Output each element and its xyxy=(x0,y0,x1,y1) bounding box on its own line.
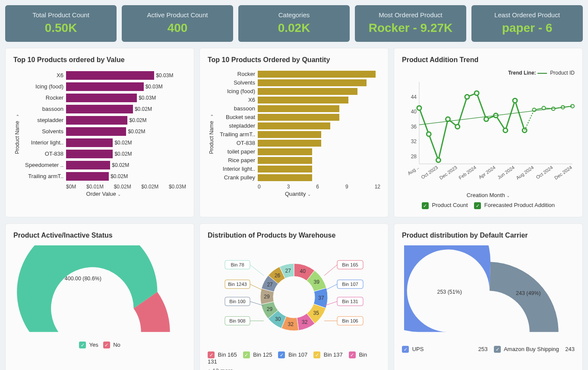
legend-item[interactable]: Product Count xyxy=(432,202,468,208)
legend-item[interactable]: UPS xyxy=(412,346,424,352)
svg-text:27: 27 xyxy=(285,267,291,273)
bar[interactable] xyxy=(258,166,312,172)
svg-text:Bin 165: Bin 165 xyxy=(342,262,358,267)
chart-top-value[interactable]: Top 10 Products ordered by Value Product… xyxy=(5,48,194,217)
bar-value: $0.03M xyxy=(145,84,163,90)
bar[interactable]: $0.02M xyxy=(66,172,109,181)
chart-title: Product Active/Inactive Status xyxy=(13,232,186,239)
bar-value: $0.02M xyxy=(111,173,128,179)
svg-point-21 xyxy=(542,106,545,110)
chart-row-1: Top 10 Products ordered by Value Product… xyxy=(5,48,583,217)
svg-text:32: 32 xyxy=(411,138,417,144)
svg-text:26: 26 xyxy=(275,273,281,279)
check-icon[interactable]: ✓ xyxy=(313,351,320,358)
bar[interactable] xyxy=(258,157,312,164)
svg-point-9 xyxy=(436,158,440,162)
legend-item[interactable]: No xyxy=(113,342,120,348)
bar[interactable]: $0.03M xyxy=(66,82,144,91)
svg-text:35: 35 xyxy=(313,310,319,316)
bar[interactable] xyxy=(258,140,321,147)
bar-value: $0.02M xyxy=(128,129,145,135)
svg-text:Bin 107: Bin 107 xyxy=(342,282,358,287)
svg-line-62 xyxy=(324,265,337,276)
legend-item[interactable]: Amazon Buy Shipping xyxy=(504,346,559,352)
svg-line-50 xyxy=(250,265,264,276)
check-icon[interactable]: ✓ xyxy=(79,342,86,348)
svg-text:30: 30 xyxy=(275,316,281,322)
bar[interactable] xyxy=(258,114,339,121)
legend-item[interactable]: ✓ Bin 107 xyxy=(278,351,307,358)
bar[interactable]: $0.02M xyxy=(66,138,113,147)
y-axis-label[interactable]: Product Name › xyxy=(208,70,215,197)
bar[interactable] xyxy=(258,122,330,129)
svg-point-14 xyxy=(484,117,488,121)
x-axis-label[interactable]: Creation Month ⌄ xyxy=(402,192,575,198)
legend-item[interactable]: Forecasted Product Addition xyxy=(484,202,555,208)
bar[interactable] xyxy=(258,71,376,78)
bar[interactable] xyxy=(258,79,367,86)
check-icon[interactable]: ✓ xyxy=(208,351,215,358)
bar-category: toilet paper xyxy=(215,147,255,156)
bar[interactable] xyxy=(258,105,339,112)
check-icon[interactable]: ✓ xyxy=(278,351,285,358)
bar[interactable]: $0.02M xyxy=(66,161,110,169)
tick: $0.03M xyxy=(169,184,186,190)
kpi-least-ordered: Least Ordered Product paper - 6 xyxy=(471,5,583,42)
bar[interactable]: $0.02M xyxy=(66,127,126,136)
bar[interactable] xyxy=(258,97,348,103)
chart-status[interactable]: Product Active/Inactive Status 400.00 (8… xyxy=(5,223,194,370)
kpi-value: Rocker - 9.27K xyxy=(358,21,463,35)
check-icon[interactable]: ✓ xyxy=(349,351,356,358)
kpi-most-ordered: Most Ordered Product Rocker - 9.27K xyxy=(355,5,466,42)
kpi-label: Active Product Count xyxy=(125,11,230,19)
kpi-label: Total Product Count xyxy=(9,11,113,19)
y-axis-label[interactable]: Product Name › xyxy=(13,70,21,197)
bar-category: Rocker xyxy=(215,70,255,78)
svg-text:Bin 131: Bin 131 xyxy=(342,299,358,304)
bar[interactable] xyxy=(258,131,321,138)
tick: $0M xyxy=(66,184,76,190)
svg-text:32: 32 xyxy=(288,321,294,327)
bar-category: Bucket seat xyxy=(215,113,255,122)
kpi-value: 400 xyxy=(125,21,230,35)
chart-trend[interactable]: Product Addition Trend Trend Line: Produ… xyxy=(394,48,583,217)
bar[interactable]: $0.03M xyxy=(66,71,154,80)
chart-carrier[interactable]: Product distribution by Default Carrier … xyxy=(394,223,583,370)
bar-value: $0.03M xyxy=(156,72,173,78)
kpi-label: Least Ordered Product xyxy=(475,11,579,19)
bar-category: bassoon xyxy=(21,103,63,115)
x-axis-label[interactable]: Quantity ⌄ xyxy=(215,191,380,197)
bar[interactable]: $0.02M xyxy=(66,150,113,158)
bar[interactable] xyxy=(258,174,312,181)
more-link[interactable]: + 12 more... xyxy=(208,367,380,370)
bar[interactable]: $0.02M xyxy=(66,105,133,113)
bar[interactable]: $0.02M xyxy=(66,116,127,125)
carrier-svg: 253 (51%)243 (49%) xyxy=(404,245,572,340)
svg-point-7 xyxy=(417,106,421,110)
check-icon[interactable]: ✓ xyxy=(422,202,429,209)
bar-category: Trailing armT.. xyxy=(21,171,63,182)
check-icon[interactable]: ✓ xyxy=(494,346,501,353)
bar[interactable] xyxy=(258,148,312,155)
check-icon[interactable]: ✓ xyxy=(243,351,250,358)
x-axis-label[interactable]: Order Value ⌄ xyxy=(21,191,186,197)
svg-point-13 xyxy=(474,91,479,95)
bar[interactable]: $0.03M xyxy=(66,94,137,102)
legend-item[interactable]: ✓ Bin 137 xyxy=(313,351,343,358)
svg-text:Bin 908: Bin 908 xyxy=(229,318,245,323)
svg-text:Jun 2024: Jun 2024 xyxy=(496,165,515,180)
svg-text:44: 44 xyxy=(411,94,417,100)
legend-item[interactable]: ✓ Bin 165 xyxy=(208,351,237,358)
chart-warehouse[interactable]: Distribution of Products by Warehouse 40… xyxy=(199,223,389,370)
svg-text:Dec 2023: Dec 2023 xyxy=(438,165,458,181)
legend-item[interactable]: Yes xyxy=(89,342,98,348)
check-icon[interactable]: ✓ xyxy=(402,346,409,353)
donut-svg: 403937353232302929272627Bin 78Bin 1243Bi… xyxy=(221,245,367,349)
legend-item[interactable]: ✓ Bin 125 xyxy=(243,351,272,358)
svg-text:39: 39 xyxy=(314,279,320,285)
chart-top-qty[interactable]: Top 10 Products Ordered by Quantity Prod… xyxy=(199,48,389,217)
check-icon[interactable]: ✓ xyxy=(474,202,481,209)
svg-text:36: 36 xyxy=(411,124,417,130)
check-icon[interactable]: ✓ xyxy=(103,342,110,348)
bar[interactable] xyxy=(258,88,357,95)
